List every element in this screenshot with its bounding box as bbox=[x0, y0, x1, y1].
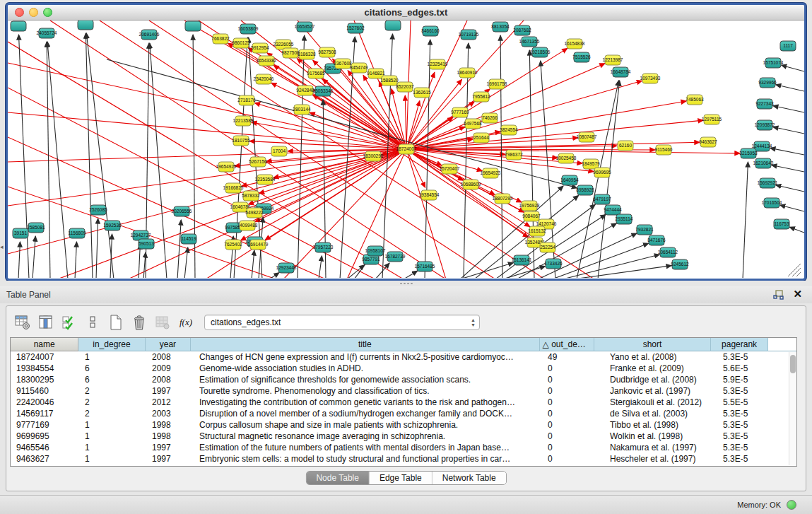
graph-edge[interactable] bbox=[780, 205, 804, 211]
table-cell[interactable]: 9115460 bbox=[11, 385, 79, 397]
graph-node[interactable]: 15751074 bbox=[763, 58, 784, 68]
graph-node[interactable] bbox=[11, 21, 26, 31]
graph-edge[interactable] bbox=[577, 81, 619, 278]
graph-edge[interactable] bbox=[406, 64, 605, 149]
graph-node[interactable]: 8522037 bbox=[396, 82, 414, 92]
float-panel-icon[interactable] bbox=[773, 290, 784, 300]
graph-node[interactable]: 9777169 bbox=[451, 107, 469, 117]
row-options-button[interactable] bbox=[83, 313, 102, 332]
graph-node[interactable]: 8186328 bbox=[298, 49, 316, 59]
graph-edge[interactable] bbox=[96, 218, 98, 278]
graph-edge[interactable] bbox=[776, 185, 804, 192]
graph-node[interactable]: 10654112 bbox=[658, 247, 678, 257]
graph-edge[interactable] bbox=[110, 234, 112, 278]
table-cell[interactable]: Embryonic stem cells: a model to study s… bbox=[192, 453, 543, 465]
graph-node[interactable]: 116753 bbox=[774, 219, 789, 229]
graph-edge[interactable] bbox=[770, 148, 804, 155]
graph-edge[interactable] bbox=[177, 220, 181, 278]
table-cell[interactable]: 1 bbox=[79, 419, 146, 431]
table-cell[interactable]: Yano et al. (2008) bbox=[599, 351, 716, 363]
graph-edge[interactable] bbox=[8, 149, 406, 162]
table-cell[interactable]: 5.3E-5 bbox=[716, 385, 774, 397]
graph-node[interactable]: 16914479 bbox=[248, 240, 269, 250]
graph-node[interactable]: 9329966 bbox=[758, 78, 777, 88]
graph-edge[interactable] bbox=[8, 137, 326, 278]
graph-edge[interactable] bbox=[772, 165, 804, 172]
table-cell[interactable]: 6 bbox=[79, 363, 146, 374]
graph-node[interactable]: 7955812 bbox=[472, 92, 490, 102]
graph-node[interactable]: 12353584 bbox=[255, 175, 276, 185]
graph-node[interactable]: 5267150 bbox=[249, 157, 267, 167]
table-cell[interactable]: 9699695 bbox=[11, 431, 79, 442]
graph-node[interactable]: 10653527 bbox=[295, 22, 315, 32]
table-cell[interactable]: Tibbo et al. (1998) bbox=[599, 419, 716, 431]
table-cell[interactable]: 9463627 bbox=[11, 453, 79, 465]
graph-node[interactable]: 19654925 bbox=[216, 162, 237, 172]
column-header-title[interactable]: title bbox=[191, 338, 539, 351]
graph-node[interactable]: 9463627 bbox=[699, 137, 717, 147]
graph-node[interactable]: 19384554 bbox=[419, 190, 440, 200]
splitter-collapse-arrow[interactable]: ◂ bbox=[0, 243, 4, 250]
graph-node[interactable]: 18640910 bbox=[457, 68, 478, 78]
graph-node[interactable]: 17004 bbox=[271, 146, 287, 156]
column-header-in_degree[interactable]: in_degree bbox=[78, 338, 145, 351]
graph-node[interactable]: 16543382 bbox=[257, 56, 277, 66]
graph-node[interactable]: 7932821 bbox=[635, 225, 654, 235]
memory-ok-indicator[interactable] bbox=[787, 500, 796, 510]
graph-node[interactable]: 10973493 bbox=[640, 74, 661, 83]
table-cell[interactable]: 1 bbox=[79, 453, 146, 465]
table-cell[interactable]: 2008 bbox=[146, 374, 192, 385]
graph-node[interactable]: 1810755 bbox=[232, 136, 250, 146]
graph-node[interactable] bbox=[385, 21, 401, 30]
table-cell[interactable]: Estimation of significance thresholds fo… bbox=[192, 374, 543, 385]
graph-node[interactable]: 1156809 bbox=[69, 228, 86, 238]
table-cell[interactable]: Corpus callosum shape and size in male p… bbox=[192, 419, 543, 431]
graph-edge[interactable] bbox=[773, 127, 804, 134]
graph-node[interactable]: 16961758 bbox=[487, 79, 507, 89]
table-cell[interactable]: 5.3E-5 bbox=[716, 351, 774, 363]
table-cell[interactable]: 2009 bbox=[146, 363, 192, 374]
table-cell[interactable]: 14569117 bbox=[11, 408, 79, 419]
graph-node[interactable]: 12923448 bbox=[276, 263, 297, 273]
graph-node[interactable] bbox=[78, 21, 93, 30]
graph-node[interactable]: 9474444 bbox=[604, 205, 622, 215]
table-cell[interactable]: 9465546 bbox=[11, 442, 79, 453]
column-header-year[interactable]: year bbox=[146, 338, 192, 351]
graph-node[interactable]: 5878332 bbox=[242, 191, 260, 201]
table-cell[interactable]: Tourette syndrome. Phenomenology and cla… bbox=[192, 385, 543, 397]
table-cell[interactable]: 0 bbox=[543, 431, 599, 442]
graph-node[interactable]: 3215953 bbox=[739, 148, 758, 158]
graph-node[interactable]: 9245612 bbox=[671, 259, 689, 269]
table-cell[interactable]: 18724007 bbox=[11, 351, 79, 363]
graph-edge[interactable] bbox=[86, 33, 93, 278]
graph-node[interactable]: 2935114 bbox=[616, 214, 633, 224]
graph-node[interactable]: 14099488 bbox=[237, 221, 258, 230]
table-row[interactable]: 1456911722003Disruption of a novel membe… bbox=[11, 408, 796, 419]
graph-node[interactable]: 18807293 bbox=[493, 194, 513, 204]
graph-node[interactable]: 746266 bbox=[482, 113, 498, 123]
table-cell[interactable]: 19384554 bbox=[11, 363, 79, 374]
graph-node[interactable]: 1733426 bbox=[544, 259, 563, 269]
import-table-button[interactable] bbox=[153, 313, 172, 332]
graph-edge[interactable] bbox=[347, 265, 365, 278]
zoom-window-button[interactable] bbox=[43, 8, 52, 17]
column-header-out_de[interactable]: △ out_de… bbox=[540, 338, 594, 351]
graph-node[interactable]: 2087682 bbox=[513, 25, 531, 35]
graph-node[interactable]: 25053346 bbox=[313, 86, 334, 96]
graph-edge[interactable] bbox=[460, 263, 514, 278]
table-cell[interactable]: 2 bbox=[79, 408, 146, 419]
graph-node[interactable]: 1615132 bbox=[528, 226, 546, 236]
graph-edge[interactable] bbox=[776, 85, 804, 91]
tab-network-table[interactable]: Network Table bbox=[433, 472, 506, 484]
column-header-name[interactable]: name bbox=[11, 338, 78, 351]
table-cell[interactable]: 18300295 bbox=[11, 374, 79, 385]
table-cell[interactable]: 1 bbox=[79, 351, 146, 363]
column-header-short[interactable]: short bbox=[594, 338, 711, 351]
graph-node[interactable]: 1362615 bbox=[413, 88, 431, 98]
graph-node[interactable]: 17957223 bbox=[313, 243, 334, 252]
graph-edge[interactable] bbox=[252, 250, 254, 278]
graph-node[interactable]: 114519 bbox=[181, 234, 196, 244]
graph-node[interactable]: 2526085 bbox=[89, 205, 107, 215]
table-cell[interactable]: Structural magnetic resonance image aver… bbox=[192, 431, 543, 442]
table-row[interactable]: 946554611997Estimation of the future num… bbox=[11, 442, 796, 453]
